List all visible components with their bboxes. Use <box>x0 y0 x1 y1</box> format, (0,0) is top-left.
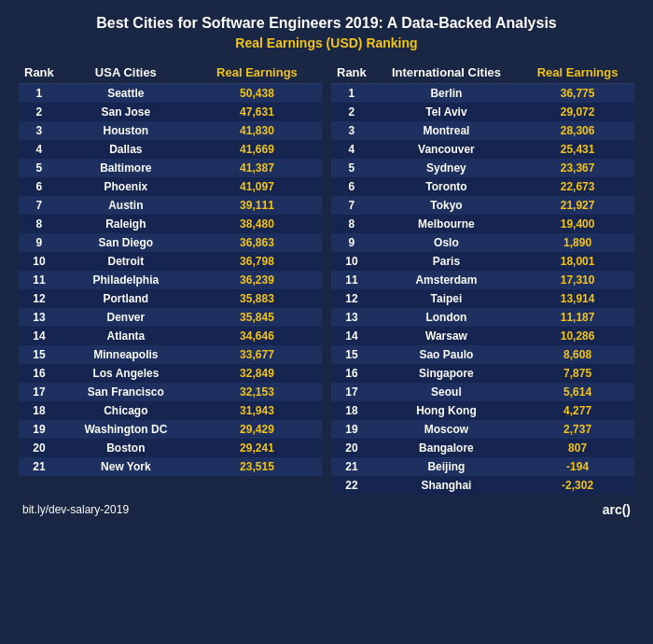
rank-cell: 9 <box>331 233 372 252</box>
city-cell: Melbourne <box>372 215 521 233</box>
earnings-cell: 34,646 <box>192 327 322 345</box>
table-row: 5 Sydney 23,367 <box>331 159 634 177</box>
table-row: 9 San Diego 36,863 <box>19 233 322 252</box>
city-cell: Los Angeles <box>60 364 192 383</box>
city-cell: Vancouver <box>372 140 521 159</box>
city-cell: Oslo <box>372 233 521 252</box>
earnings-cell: 41,387 <box>192 159 322 177</box>
earnings-cell: 17,310 <box>521 271 634 289</box>
city-cell: Seattle <box>60 84 192 104</box>
earnings-cell: 35,883 <box>192 289 322 308</box>
usa-col-rank: Rank <box>19 62 60 84</box>
table-row: 16 Singapore 7,875 <box>331 364 634 383</box>
earnings-cell: 31,943 <box>192 401 322 420</box>
city-cell: Seoul <box>372 383 521 401</box>
earnings-cell: 35,845 <box>192 308 322 327</box>
table-row: 8 Melbourne 19,400 <box>331 215 634 233</box>
intl-table: Rank International Cities Real Earnings … <box>331 62 634 495</box>
earnings-cell: 36,239 <box>192 271 322 289</box>
table-row: 5 Baltimore 41,387 <box>19 159 322 177</box>
intl-col-rank: Rank <box>331 62 372 84</box>
earnings-cell: 19,400 <box>521 215 634 233</box>
earnings-cell: 38,480 <box>192 215 322 233</box>
earnings-cell: 8,608 <box>521 345 634 364</box>
city-cell: Amsterdam <box>372 271 521 289</box>
footer-link: bit.ly/dev-salary-2019 <box>22 503 129 516</box>
main-container: Best Cities for Software Engineers 2019:… <box>0 0 653 644</box>
earnings-cell: 1,890 <box>521 233 634 252</box>
earnings-cell: 807 <box>521 439 634 457</box>
table-row: 20 Bangalore 807 <box>331 439 634 457</box>
city-cell: Moscow <box>372 420 521 439</box>
table-row: 14 Warsaw 10,286 <box>331 327 634 345</box>
table-row: 2 San Jose 47,631 <box>19 103 322 121</box>
city-cell: Baltimore <box>60 159 192 177</box>
rank-cell: 21 <box>331 457 372 476</box>
rank-cell: 14 <box>331 327 372 345</box>
table-row: 7 Austin 39,111 <box>19 196 322 215</box>
city-cell: New York <box>60 457 192 476</box>
city-cell: San Jose <box>60 103 192 121</box>
city-cell: Tel Aviv <box>372 103 521 121</box>
rank-cell: 5 <box>19 159 60 177</box>
city-cell: Washington DC <box>60 420 192 439</box>
earnings-cell: 29,072 <box>521 103 634 121</box>
city-cell: San Diego <box>60 233 192 252</box>
city-cell: Austin <box>60 196 192 215</box>
rank-cell: 2 <box>19 103 60 121</box>
city-cell: London <box>372 308 521 327</box>
rank-cell: 14 <box>19 327 60 345</box>
rank-cell: 12 <box>19 289 60 308</box>
rank-cell: 18 <box>19 401 60 420</box>
rank-cell: 4 <box>19 140 60 159</box>
rank-cell: 19 <box>331 420 372 439</box>
earnings-cell: 11,187 <box>521 308 634 327</box>
earnings-cell: 22,673 <box>521 177 634 196</box>
rank-cell: 13 <box>19 308 60 327</box>
earnings-cell: 28,306 <box>521 121 634 140</box>
city-cell: Sao Paulo <box>372 345 521 364</box>
page-title: Best Cities for Software Engineers 2019:… <box>19 15 634 32</box>
rank-cell: 16 <box>331 364 372 383</box>
table-row: 1 Berlin 36,775 <box>331 84 634 104</box>
table-row: 21 New York 23,515 <box>19 457 322 476</box>
table-row: 11 Philadelphia 36,239 <box>19 271 322 289</box>
rank-cell: 13 <box>331 308 372 327</box>
rank-cell: 3 <box>331 121 372 140</box>
usa-col-city: USA Cities <box>60 62 192 84</box>
earnings-cell: 5,614 <box>521 383 634 401</box>
earnings-cell: 21,927 <box>521 196 634 215</box>
earnings-cell: 25,431 <box>521 140 634 159</box>
city-cell: Boston <box>60 439 192 457</box>
city-cell: Sydney <box>372 159 521 177</box>
table-row: 16 Los Angeles 32,849 <box>19 364 322 383</box>
city-cell: Montreal <box>372 121 521 140</box>
earnings-cell: 41,097 <box>192 177 322 196</box>
rank-cell: 3 <box>19 121 60 140</box>
intl-table-section: Rank International Cities Real Earnings … <box>331 62 634 495</box>
earnings-cell: 50,438 <box>192 84 322 104</box>
usa-table-section: Rank USA Cities Real Earnings 1 Seattle … <box>19 62 322 495</box>
earnings-cell: 36,775 <box>521 84 634 104</box>
rank-cell: 10 <box>331 252 372 271</box>
earnings-cell: 47,631 <box>192 103 322 121</box>
footer-logo: arc() <box>603 502 631 517</box>
city-cell: Paris <box>372 252 521 271</box>
rank-cell: 15 <box>19 345 60 364</box>
table-row: 12 Portland 35,883 <box>19 289 322 308</box>
city-cell: Tokyo <box>372 196 521 215</box>
table-row: 10 Detroit 36,798 <box>19 252 322 271</box>
rank-cell: 7 <box>19 196 60 215</box>
earnings-cell: 36,863 <box>192 233 322 252</box>
table-row: 3 Montreal 28,306 <box>331 121 634 140</box>
table-row: 12 Taipei 13,914 <box>331 289 634 308</box>
table-row: 2 Tel Aviv 29,072 <box>331 103 634 121</box>
rank-cell: 19 <box>19 420 60 439</box>
usa-col-earnings: Real Earnings <box>192 62 322 84</box>
city-cell: Singapore <box>372 364 521 383</box>
earnings-cell: 36,798 <box>192 252 322 271</box>
rank-cell: 12 <box>331 289 372 308</box>
city-cell: Detroit <box>60 252 192 271</box>
intl-col-city: International Cities <box>372 62 521 84</box>
city-cell: Philadelphia <box>60 271 192 289</box>
